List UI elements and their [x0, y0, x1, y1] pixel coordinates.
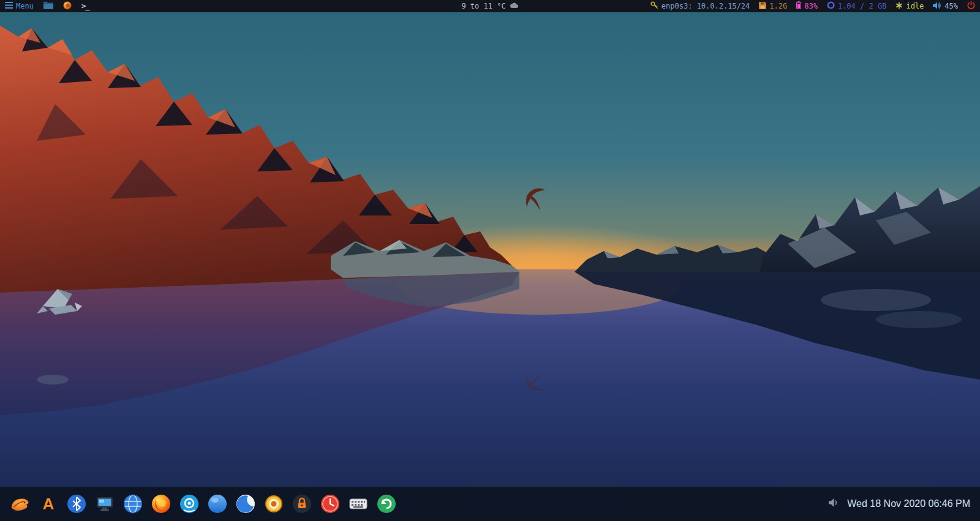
dock-icon-night-mode[interactable]: [235, 493, 256, 514]
dock-icon-keyboard[interactable]: [348, 493, 369, 514]
dock-icon-keepassxc[interactable]: [292, 493, 312, 514]
wallpaper-image: [0, 12, 980, 521]
speaker-icon: [933, 2, 941, 11]
cpu-asterisk-icon: [895, 2, 903, 11]
dock-icon-eye-rings-app[interactable]: [263, 493, 284, 514]
network-module: enp0s3: 10.0.2.15/24: [650, 1, 750, 11]
memory-donut-icon: [827, 1, 835, 11]
cpu-module: idle: [895, 2, 924, 11]
terminal-icon: >_: [81, 2, 89, 10]
weather-label: 9 to 11 °C: [461, 2, 505, 10]
power-button[interactable]: [967, 1, 975, 11]
firefox-launcher[interactable]: [63, 1, 72, 12]
weather-cloud-icon: [510, 2, 519, 10]
network-key-icon: [650, 1, 658, 11]
top-panel: Menu >_ 9 to 11 °C enp0s3: 10.0.2.15/24: [0, 0, 980, 12]
menu-label: Menu: [16, 2, 34, 10]
hamburger-icon: [5, 2, 13, 10]
dock-speaker-icon[interactable]: [829, 498, 840, 510]
dock-icon-fox-app[interactable]: [10, 493, 31, 514]
disk-module: 1.2G: [759, 2, 787, 11]
dock-icon-blue-app[interactable]: [207, 493, 228, 514]
bottom-dock: A Wed 18 Nov 2020 06:46 PM: [0, 487, 980, 521]
desktop-wallpaper: [0, 12, 980, 521]
desktop-screen: Menu >_ 9 to 11 °C enp0s3: 10.0.2.15/24: [0, 0, 980, 521]
battery-icon: [796, 1, 801, 11]
weather-module[interactable]: 9 to 11 °C: [461, 2, 518, 10]
dock-icon-web-browser[interactable]: [123, 493, 143, 514]
memory-module: 1.04 / 2 GB: [827, 1, 886, 11]
dock-icon-clock-app[interactable]: [320, 493, 341, 514]
battery-module: 83%: [796, 1, 818, 11]
dock-icon-restore-session[interactable]: [376, 493, 397, 514]
power-icon: [967, 1, 975, 11]
cpu-status-label: idle: [906, 2, 924, 10]
terminal-launcher[interactable]: >_: [81, 2, 89, 10]
firefox-icon: [63, 1, 72, 12]
dock-icon-firefox[interactable]: [151, 493, 172, 514]
dock-icon-letter-a-app[interactable]: A: [38, 493, 59, 514]
dock-clock: Wed 18 Nov 2020 06:46 PM: [847, 498, 970, 509]
volume-module[interactable]: 45%: [933, 2, 958, 11]
file-manager-launcher[interactable]: [43, 1, 53, 11]
disk-usage-label: 1.2G: [769, 2, 787, 10]
folder-icon: [43, 1, 53, 11]
network-label: enp0s3: 10.0.2.15/24: [662, 2, 750, 10]
volume-label: 45%: [944, 2, 958, 10]
dock-icon-camera-app[interactable]: [179, 493, 200, 514]
dock-icons: A: [10, 493, 397, 514]
disk-icon: [759, 2, 766, 11]
battery-label: 83%: [804, 2, 818, 10]
dock-icon-bluetooth[interactable]: [66, 493, 87, 514]
memory-label: 1.04 / 2 GB: [838, 2, 886, 10]
menu-button[interactable]: Menu: [5, 2, 34, 10]
dock-icon-display-settings[interactable]: [94, 493, 115, 514]
svg-text:A: A: [43, 495, 55, 513]
